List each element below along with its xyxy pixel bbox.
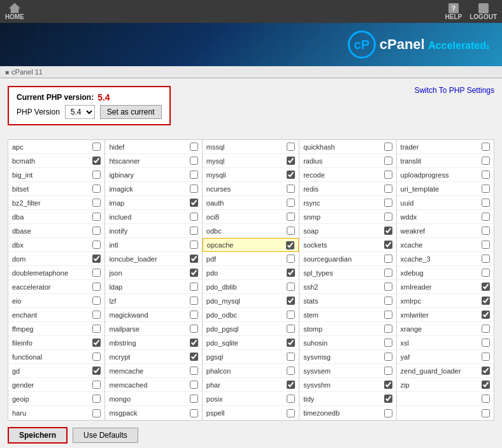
- ext-checkbox-mbstring[interactable]: [190, 339, 198, 347]
- ext-checkbox-wddx[interactable]: [482, 213, 490, 221]
- ext-checkbox-xcache[interactable]: [482, 241, 490, 249]
- ext-checkbox-sourceguardian[interactable]: [384, 255, 392, 263]
- ext-checkbox-spl_types[interactable]: [384, 269, 392, 277]
- ext-checkbox-pdo[interactable]: [287, 269, 295, 277]
- ext-checkbox-odbc[interactable]: [287, 227, 295, 235]
- ext-checkbox-igbinary[interactable]: [190, 171, 198, 179]
- ext-checkbox-eio[interactable]: [92, 297, 101, 305]
- ext-checkbox-uri_template[interactable]: [482, 185, 490, 193]
- ext-checkbox-xsl[interactable]: [482, 339, 490, 347]
- ext-checkbox-mcrypt[interactable]: [190, 353, 198, 361]
- ext-checkbox-mysql[interactable]: [287, 157, 295, 165]
- ext-checkbox-uploadprogress[interactable]: [482, 171, 490, 179]
- ext-checkbox-tidy[interactable]: [384, 395, 392, 403]
- php-version-select[interactable]: 5.4 5.5 5.6 7.0 7.1: [65, 105, 95, 119]
- ext-checkbox-xmlreader[interactable]: [482, 283, 490, 291]
- ext-checkbox-ioncube_loader[interactable]: [190, 255, 198, 263]
- ext-checkbox-mssql[interactable]: [287, 143, 295, 151]
- ext-checkbox-enchant[interactable]: [92, 311, 101, 319]
- ext-checkbox-intl[interactable]: [190, 241, 198, 249]
- ext-checkbox-json[interactable]: [190, 269, 198, 277]
- ext-checkbox-mailparse[interactable]: [190, 325, 198, 333]
- ext-checkbox-translit[interactable]: [482, 157, 490, 165]
- ext-checkbox-doublemetaphone[interactable]: [92, 269, 101, 277]
- ext-checkbox-dbx[interactable]: [92, 241, 101, 249]
- ext-checkbox-recode[interactable]: [384, 171, 392, 179]
- ext-checkbox-gd[interactable]: [92, 367, 101, 375]
- set-current-button[interactable]: Set as current: [100, 105, 162, 119]
- ext-checkbox-posix[interactable]: [287, 395, 295, 403]
- ext-checkbox-stomp[interactable]: [384, 325, 392, 333]
- ext-checkbox-xcache_3[interactable]: [482, 255, 490, 263]
- ext-checkbox-gender[interactable]: [92, 381, 101, 389]
- ext-checkbox-pspell[interactable]: [287, 409, 295, 417]
- ext-checkbox-lzf[interactable]: [190, 297, 198, 305]
- ext-checkbox-ldap[interactable]: [190, 283, 198, 291]
- ext-checkbox-memcache[interactable]: [190, 367, 198, 375]
- ext-checkbox-xmlrpc[interactable]: [482, 297, 490, 305]
- ext-checkbox-xmlwriter[interactable]: [482, 311, 490, 319]
- logout-nav-item[interactable]: LOGOUT: [470, 3, 497, 20]
- ext-checkbox-pdf[interactable]: [287, 255, 295, 263]
- ext-checkbox-xrange[interactable]: [482, 325, 490, 333]
- ext-checkbox-geoip[interactable]: [92, 395, 101, 403]
- ext-checkbox-bcmath[interactable]: [92, 157, 101, 165]
- ext-checkbox-inotify[interactable]: [190, 227, 198, 235]
- ext-checkbox-suhosin[interactable]: [384, 339, 392, 347]
- ext-checkbox-xdebug[interactable]: [482, 269, 490, 277]
- save-button[interactable]: Speichern: [8, 427, 68, 444]
- ext-checkbox-eaccelerator[interactable]: [92, 283, 101, 291]
- ext-checkbox-hidef[interactable]: [190, 143, 198, 151]
- ext-checkbox-mongo[interactable]: [190, 395, 198, 403]
- ext-checkbox-imap[interactable]: [190, 199, 198, 207]
- ext-checkbox-phar[interactable]: [287, 381, 295, 389]
- help-nav-item[interactable]: ? HELP: [445, 3, 463, 20]
- ext-checkbox-[interactable]: [482, 409, 490, 417]
- ext-checkbox-stem[interactable]: [384, 311, 392, 319]
- ext-checkbox-msgpack[interactable]: [190, 409, 198, 417]
- home-nav-item[interactable]: HOME: [5, 3, 24, 20]
- ext-checkbox-uuid[interactable]: [482, 199, 490, 207]
- ext-checkbox-stats[interactable]: [384, 297, 392, 305]
- ext-checkbox-mysqli[interactable]: [287, 171, 295, 179]
- ext-checkbox-weakref[interactable]: [482, 227, 490, 235]
- use-defaults-button[interactable]: Use Defaults: [73, 428, 138, 443]
- ext-checkbox-sysvshm[interactable]: [384, 381, 392, 389]
- ext-checkbox-zip[interactable]: [482, 381, 490, 389]
- ext-checkbox-imagick[interactable]: [190, 185, 198, 193]
- ext-checkbox-apc[interactable]: [92, 143, 101, 151]
- ext-checkbox-pdo_pgsql[interactable]: [287, 325, 295, 333]
- ext-checkbox-bitset[interactable]: [92, 185, 101, 193]
- ext-checkbox-inclued[interactable]: [190, 213, 198, 221]
- ext-checkbox-timezonedb[interactable]: [384, 409, 392, 417]
- ext-checkbox-dba[interactable]: [92, 213, 101, 221]
- ext-checkbox-pdo_odbc[interactable]: [287, 311, 295, 319]
- ext-checkbox-oauth[interactable]: [287, 199, 295, 207]
- ext-checkbox-phalcon[interactable]: [287, 367, 295, 375]
- ext-checkbox-trader[interactable]: [482, 143, 490, 151]
- ext-checkbox-fileinfo[interactable]: [92, 339, 101, 347]
- ext-checkbox-memcached[interactable]: [190, 381, 198, 389]
- switch-to-php-settings-link[interactable]: Switch To PHP Settings: [414, 86, 494, 95]
- ext-checkbox-htscanner[interactable]: [190, 157, 198, 165]
- ext-checkbox-big_int[interactable]: [92, 171, 101, 179]
- ext-checkbox-snmp[interactable]: [384, 213, 392, 221]
- ext-checkbox-opcache[interactable]: [286, 241, 294, 249]
- ext-checkbox-bz2_filter[interactable]: [92, 199, 101, 207]
- ext-checkbox-functional[interactable]: [92, 353, 101, 361]
- ext-checkbox-oci8[interactable]: [287, 213, 295, 221]
- ext-checkbox-dbase[interactable]: [92, 227, 101, 235]
- ext-checkbox-[interactable]: [482, 395, 490, 403]
- ext-checkbox-dom[interactable]: [92, 255, 101, 263]
- ext-checkbox-sysvmsg[interactable]: [384, 353, 392, 361]
- ext-checkbox-pgsql[interactable]: [287, 353, 295, 361]
- ext-checkbox-haru[interactable]: [92, 409, 101, 417]
- ext-checkbox-magickwand[interactable]: [190, 311, 198, 319]
- ext-checkbox-rsync[interactable]: [384, 199, 392, 207]
- ext-checkbox-pdo_mysql[interactable]: [287, 297, 295, 305]
- ext-checkbox-sockets[interactable]: [384, 241, 392, 249]
- ext-checkbox-ncurses[interactable]: [287, 185, 295, 193]
- ext-checkbox-pdo_sqlite[interactable]: [287, 339, 295, 347]
- ext-checkbox-yaf[interactable]: [482, 353, 490, 361]
- ext-checkbox-radius[interactable]: [384, 157, 392, 165]
